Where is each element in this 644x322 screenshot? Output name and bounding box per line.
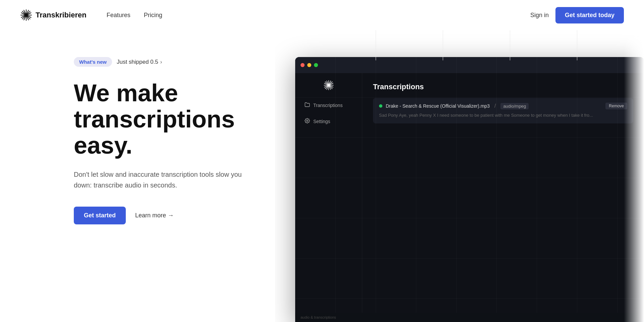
hero-get-started-button[interactable]: Get started (74, 207, 126, 224)
titlebar-fullscreen-dot (314, 63, 318, 67)
nav-actions: Sign in Get started today (530, 7, 624, 23)
logo-link[interactable]: Transkribieren (20, 9, 87, 21)
navbar: Transkribieren Features Pricing Sign in … (0, 0, 644, 30)
nav-link-pricing[interactable]: Pricing (144, 12, 162, 19)
titlebar-minimize-dot (307, 63, 311, 67)
status-bar: audio & transcriptions (295, 313, 644, 322)
app-screenshot: Transcriptions Settings Tr (295, 57, 644, 322)
gear-icon (305, 118, 310, 125)
hero-section: What's new Just shipped 0.5 › We make tr… (0, 30, 644, 322)
sidebar-settings-label: Settings (313, 119, 330, 124)
badge-arrow-icon: › (160, 59, 162, 65)
remove-button[interactable]: Remove (605, 103, 627, 109)
status-indicator (379, 104, 382, 108)
learn-more-link[interactable]: Learn more → (135, 212, 174, 219)
file-name: Drake - Search & Rescue (Official Visual… (386, 103, 490, 109)
transcription-item: Drake - Search & Rescue (Official Visual… (373, 98, 633, 123)
hero-subtitle: Don't let slow and inaccurate transcript… (74, 169, 248, 191)
app-body: Transcriptions Settings Tr (295, 73, 644, 322)
transcription-preview-text: Sad Pony Aye, yeah Penny X I need someon… (379, 112, 627, 119)
sidebar-transcriptions-label: Transcriptions (313, 103, 342, 108)
app-titlebar (295, 57, 644, 73)
nav-links: Features Pricing (107, 12, 530, 19)
app-logo (301, 80, 357, 91)
hero-left: What's new Just shipped 0.5 › We make tr… (0, 30, 275, 322)
status-bar-text: audio & transcriptions (301, 315, 336, 319)
sidebar-item-transcriptions[interactable]: Transcriptions (301, 99, 357, 112)
logo-text: Transkribieren (36, 11, 87, 19)
hero-title: We make transcriptions easy. (74, 80, 255, 158)
file-type-badge: audio/mpeg (500, 103, 529, 109)
sidebar-item-settings[interactable]: Settings (301, 115, 357, 128)
get-started-nav-button[interactable]: Get started today (555, 7, 624, 23)
badge-shipped-text: Just shipped 0.5 › (117, 59, 162, 65)
app-main-title: Transcriptions (373, 83, 633, 91)
hero-actions: Get started Learn more → (74, 207, 255, 224)
svg-point-16 (307, 120, 308, 121)
hero-right: Transcriptions Settings Tr (275, 30, 644, 322)
app-sidebar: Transcriptions Settings (295, 73, 362, 322)
whats-new-badge: What's new (74, 57, 112, 67)
nav-link-features[interactable]: Features (107, 12, 130, 19)
app-main: Transcriptions Drake - Search & Rescue (… (362, 73, 644, 322)
titlebar-close-dot (301, 63, 305, 67)
app-logo-icon (323, 80, 334, 91)
transcription-header: Drake - Search & Rescue (Official Visual… (379, 103, 627, 109)
whats-new-banner: What's new Just shipped 0.5 › (74, 57, 255, 67)
logo-icon (20, 9, 32, 21)
folder-icon (305, 102, 310, 109)
sign-in-button[interactable]: Sign in (530, 12, 549, 19)
